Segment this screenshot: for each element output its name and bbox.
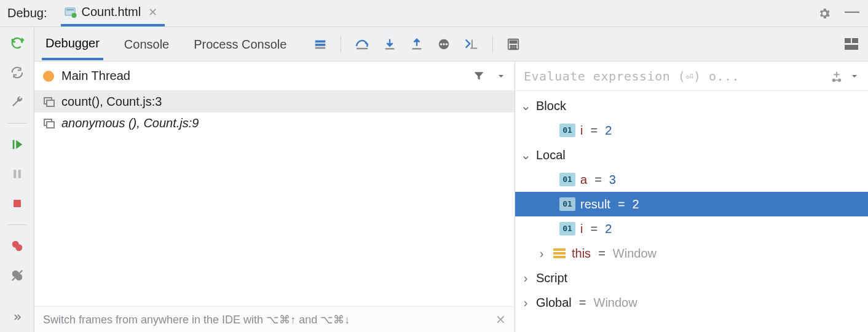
chevron-right-icon[interactable]: ›: [520, 268, 531, 288]
svg-rect-35: [852, 38, 858, 43]
wrench-icon[interactable]: [9, 93, 26, 111]
var-name: i: [580, 219, 583, 239]
breakpoints-icon[interactable]: [9, 237, 26, 255]
tab-console[interactable]: Console: [120, 29, 173, 59]
svg-point-23: [446, 43, 448, 45]
close-icon[interactable]: ✕: [146, 6, 160, 19]
scope-label: Global: [536, 293, 572, 312]
variables-tree: ⌄ Block 01 i = 2 ⌄ Local 01: [515, 91, 868, 332]
scope-global[interactable]: › Global = Window: [515, 290, 868, 315]
tip-text: Switch frames from anywhere in the IDE w…: [43, 313, 350, 326]
var-value: 2: [605, 121, 612, 140]
evaluate-input[interactable]: Evaluate expression (⏎) o...: [524, 69, 740, 84]
thread-name: Main Thread: [61, 69, 130, 83]
file-tab-label: Count.html: [82, 5, 141, 19]
html-file-icon: [65, 6, 77, 18]
rerun-icon[interactable]: [9, 34, 26, 52]
frames-list: count(), Count.js:3 anonymous (), Count.…: [34, 91, 515, 306]
svg-point-8: [15, 244, 22, 251]
svg-rect-38: [47, 100, 54, 106]
reload-icon[interactable]: [9, 64, 26, 81]
variable-row[interactable]: 01 i = 2: [515, 118, 868, 143]
equals: =: [592, 170, 604, 189]
primitive-icon: 01: [559, 173, 575, 186]
frames-tip: Switch frames from anywhere in the IDE w…: [34, 306, 515, 332]
primitive-icon: 01: [559, 124, 575, 137]
frames-pane: Main Thread count(), Count.js:3: [34, 61, 515, 332]
variable-row[interactable]: 01 i = 2: [515, 216, 868, 241]
evaluate-icon[interactable]: [507, 38, 520, 51]
svg-rect-46: [553, 248, 566, 251]
separator: [7, 224, 27, 225]
svg-rect-4: [14, 170, 16, 178]
more-icon[interactable]: [9, 309, 26, 326]
run-to-cursor-icon[interactable]: [437, 38, 451, 51]
variable-row[interactable]: 01 result = 2: [515, 192, 868, 216]
chevron-down-icon[interactable]: ⌄: [520, 145, 531, 165]
tab-debugger[interactable]: Debugger: [42, 28, 103, 60]
frame-label: anonymous (), Count.js:9: [61, 116, 199, 130]
svg-point-22: [443, 43, 446, 45]
gear-icon[interactable]: [814, 7, 835, 20]
var-name: i: [580, 121, 583, 140]
svg-rect-12: [315, 40, 326, 42]
add-watch-icon[interactable]: [830, 69, 843, 83]
file-tab-count[interactable]: Count.html ✕: [61, 0, 165, 26]
var-name: this: [572, 243, 591, 263]
svg-rect-5: [18, 170, 20, 178]
debugger-toolbar: Debugger Console Process Console: [34, 27, 868, 61]
variables-pane: Evaluate expression (⏎) o... ⌄ Block: [515, 61, 868, 332]
chevron-down-icon[interactable]: [496, 71, 506, 81]
step-over-icon[interactable]: [355, 38, 369, 51]
frame-label: count(), Count.js:3: [61, 95, 162, 109]
thread-status-icon: [43, 71, 54, 82]
debug-sidebar: [0, 27, 34, 332]
tab-process-console[interactable]: Process Console: [190, 29, 290, 59]
svg-rect-48: [553, 256, 566, 258]
stop-icon[interactable]: [9, 195, 26, 212]
svg-point-28: [511, 45, 512, 46]
threads-icon[interactable]: [314, 38, 327, 51]
scope-label: Block: [536, 96, 566, 116]
equals: =: [577, 293, 589, 312]
filter-icon[interactable]: [473, 70, 485, 82]
variable-row[interactable]: 01 a = 3: [515, 167, 868, 192]
scope-label: Local: [536, 145, 566, 165]
minimize-icon[interactable]: —: [841, 2, 863, 20]
close-tip-icon[interactable]: ✕: [495, 312, 506, 327]
svg-rect-27: [510, 41, 517, 43]
var-value: Window: [613, 243, 657, 263]
svg-rect-34: [845, 38, 851, 43]
svg-point-29: [513, 45, 514, 46]
equals: =: [615, 194, 628, 214]
var-name: result: [580, 194, 610, 214]
scope-block[interactable]: ⌄ Block: [515, 93, 868, 118]
svg-rect-13: [315, 44, 326, 46]
chevron-down-icon[interactable]: [850, 71, 859, 81]
frames-header: Main Thread: [34, 61, 515, 91]
chevron-right-icon[interactable]: ›: [536, 243, 547, 263]
step-into-icon[interactable]: [383, 38, 397, 51]
separator: [341, 36, 341, 53]
var-name: a: [580, 170, 587, 189]
frame-row[interactable]: anonymous (), Count.js:9: [34, 113, 515, 134]
svg-point-10: [15, 274, 22, 280]
force-step-icon[interactable]: [464, 38, 479, 51]
mute-breakpoints-icon[interactable]: [9, 267, 26, 284]
chevron-down-icon[interactable]: ⌄: [520, 96, 531, 116]
resume-icon[interactable]: [9, 136, 26, 153]
separator: [7, 123, 27, 124]
pause-icon[interactable]: [9, 165, 26, 183]
scope-script[interactable]: › Script: [515, 266, 868, 290]
variable-row[interactable]: › this = Window: [515, 241, 868, 266]
svg-rect-1: [66, 9, 74, 10]
layout-icon[interactable]: [845, 38, 858, 50]
stack-frame-icon: [43, 118, 55, 129]
chevron-right-icon[interactable]: ›: [520, 293, 531, 312]
frame-row[interactable]: count(), Count.js:3: [34, 91, 515, 113]
scope-local[interactable]: ⌄ Local: [515, 143, 868, 167]
var-value: Window: [594, 293, 637, 312]
svg-rect-3: [12, 140, 14, 149]
equals: =: [588, 121, 600, 140]
step-out-icon[interactable]: [410, 38, 424, 51]
